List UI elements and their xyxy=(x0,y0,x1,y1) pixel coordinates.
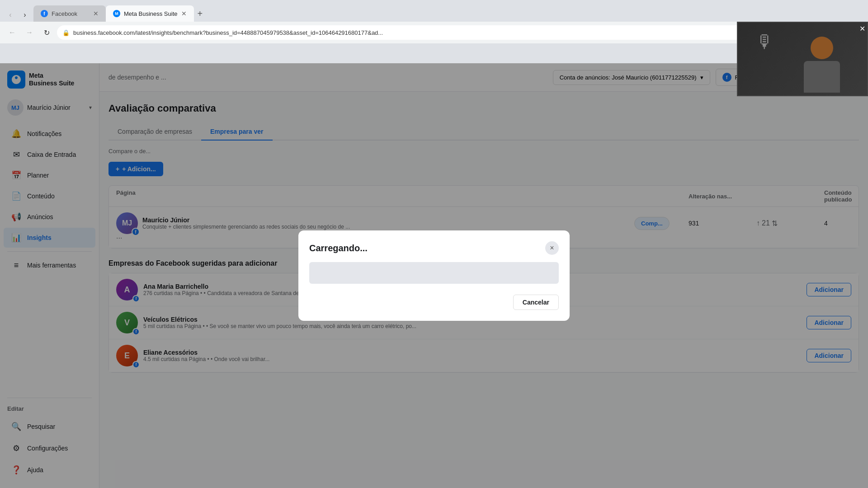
next-tab-button[interactable]: › xyxy=(18,8,32,22)
webcam-close-button[interactable]: ✕ xyxy=(859,24,865,33)
modal-header: Carregando... × xyxy=(309,241,559,255)
tab-meta[interactable]: M Meta Business Suite ✕ xyxy=(106,5,194,22)
facebook-favicon: f xyxy=(41,10,48,17)
modal-title: Carregando... xyxy=(309,243,368,253)
refresh-button[interactable]: ↻ xyxy=(40,26,53,39)
meta-favicon: M xyxy=(113,10,120,17)
url-text: business.facebook.com/latest/insights/be… xyxy=(73,29,807,36)
tab-meta-close[interactable]: ✕ xyxy=(181,10,187,17)
webcam-video: 🎙 xyxy=(738,23,867,95)
modal-overlay: Carregando... × Cancelar xyxy=(0,63,868,488)
new-tab-button[interactable]: + xyxy=(194,7,207,21)
loading-bar xyxy=(309,262,559,284)
modal-close-button[interactable]: × xyxy=(545,241,559,255)
loading-modal: Carregando... × Cancelar xyxy=(298,230,570,321)
address-bar[interactable]: 🔒 business.facebook.com/latest/insights/… xyxy=(57,25,845,40)
tab-facebook-close[interactable]: ✕ xyxy=(93,10,99,17)
prev-tab-button[interactable]: ‹ xyxy=(4,8,17,22)
tab-facebook[interactable]: f Facebook ✕ xyxy=(33,5,106,22)
forward-button[interactable]: → xyxy=(23,26,36,39)
tab-facebook-label: Facebook xyxy=(52,10,77,17)
tab-meta-label: Meta Business Suite xyxy=(124,10,178,17)
modal-footer: Cancelar xyxy=(309,295,559,310)
cancel-button[interactable]: Cancelar xyxy=(513,295,559,310)
webcam-overlay: ✕ 🎙 xyxy=(737,22,868,96)
back-button[interactable]: ← xyxy=(5,26,19,39)
lock-icon: 🔒 xyxy=(62,29,70,36)
